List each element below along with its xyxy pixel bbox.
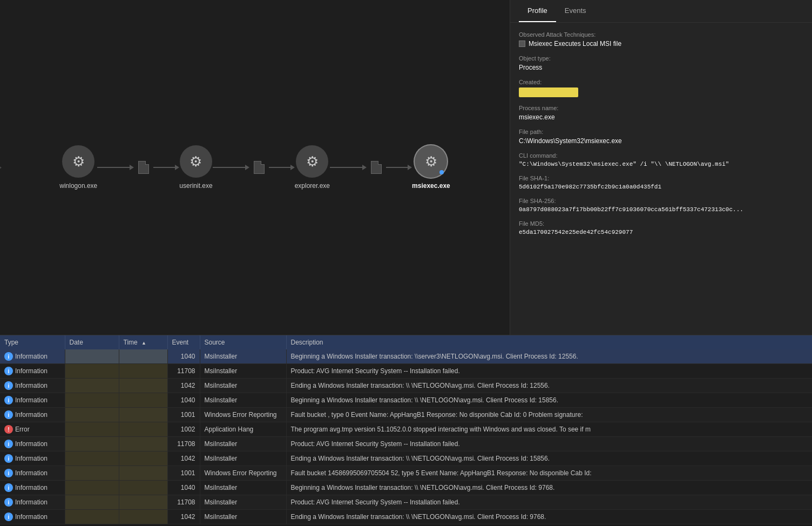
source-cell: Windows Error Reporting [200, 408, 286, 422]
event-cell: 11708 [167, 495, 200, 510]
time-cell [119, 349, 167, 364]
table-body: iInformation1040MsiInstallerBeginning a … [0, 349, 812, 524]
gear-icon: ⚙ [190, 153, 202, 170]
process-node-userinit[interactable]: ⚙ userinit.exe [179, 145, 212, 190]
file-path-value: C:\Windows\System32\msiexec.exe [519, 137, 803, 145]
info-icon: i [4, 367, 13, 375]
connector-3 [330, 161, 412, 174]
doc-icon-3 [371, 161, 382, 174]
created-label: Created: [519, 79, 803, 85]
description-cell: Fault bucket , type 0 Event Name: AppHan… [286, 408, 812, 422]
type-label: Information [15, 498, 48, 506]
time-cell [119, 437, 167, 451]
right-panel: Profile Events Observed Attack Technique… [510, 0, 812, 335]
table-row[interactable]: !Error1002Application HangThe program av… [0, 422, 812, 437]
gear-icon: ⚙ [72, 153, 85, 170]
type-label: Error [15, 426, 30, 433]
info-icon: i [4, 381, 13, 390]
col-header-source[interactable]: Source [200, 335, 286, 349]
doc-icon-2 [254, 161, 265, 174]
file-path-label: File path: [519, 129, 803, 135]
time-cell [119, 364, 167, 379]
winlogon-label: winlogon.exe [59, 182, 97, 190]
table-header-row: Type Date Time ▲ Event Source Descriptio… [0, 335, 812, 349]
md5-label: File MD5: [519, 220, 803, 227]
tab-events[interactable]: Events [556, 0, 595, 22]
type-label: Information [15, 396, 48, 404]
col-header-type[interactable]: Type [0, 335, 65, 349]
attack-technique: Msiexec Executes Local MSI file [519, 40, 803, 48]
sha256-section: File SHA-256: 0a8797d088023a7f17bb00b22f… [519, 198, 803, 213]
event-cell: 11708 [167, 437, 200, 451]
event-cell: 1040 [167, 481, 200, 495]
table-row[interactable]: iInformation1040MsiInstallerBeginning a … [0, 349, 812, 364]
date-cell [65, 437, 119, 451]
source-cell: Application Hang [200, 422, 286, 437]
tab-profile[interactable]: Profile [519, 0, 556, 22]
process-node-winlogon[interactable]: ⚙ winlogon.exe [59, 145, 97, 190]
description-cell: Product: AVG Internet Security System --… [286, 437, 812, 451]
time-cell [119, 451, 167, 466]
date-cell [65, 349, 119, 364]
panel-content: Observed Attack Techniques: Msiexec Exec… [510, 23, 812, 335]
table-row[interactable]: iInformation1042MsiInstallerEnding a Win… [0, 510, 812, 524]
sha1-section: File SHA-1: 5d6102f5a170e982c7735bfc2b9c… [519, 175, 803, 190]
event-cell: 1042 [167, 510, 200, 524]
table-row[interactable]: iInformation1040MsiInstallerBeginning a … [0, 481, 812, 495]
type-label: Information [15, 455, 48, 462]
technique-checkbox[interactable] [519, 41, 525, 47]
object-type-section: Object type: Process [519, 55, 803, 71]
date-cell [65, 364, 119, 379]
date-cell [65, 495, 119, 510]
col-header-event[interactable]: Event [167, 335, 200, 349]
object-type-value: Process [519, 64, 803, 71]
event-cell: 1001 [167, 408, 200, 422]
date-cell [65, 510, 119, 524]
table-row[interactable]: iInformation11708MsiInstallerProduct: AV… [0, 495, 812, 510]
description-cell: Beginning a Windows Installer transactio… [286, 481, 812, 495]
attack-section: Observed Attack Techniques: Msiexec Exec… [519, 31, 803, 48]
description-cell: Ending a Windows Installer transaction: … [286, 451, 812, 466]
msiexec-label: msiexec.exe [412, 182, 450, 190]
table-row[interactable]: iInformation1001Windows Error ReportingF… [0, 408, 812, 422]
table-row[interactable]: iInformation1042MsiInstallerEnding a Win… [0, 379, 812, 393]
info-icon: i [4, 483, 13, 492]
table-row[interactable]: iInformation1001Windows Error ReportingF… [0, 466, 812, 481]
description-cell: Fault bucket 14586995069705504 52, type … [286, 466, 812, 481]
process-name-value: msiexec.exe [519, 113, 803, 121]
description-cell: Beginning a Windows Installer transactio… [286, 393, 812, 408]
description-cell: Ending a Windows Installer transaction: … [286, 510, 812, 524]
type-label: Information [15, 513, 48, 521]
col-header-description[interactable]: Description [286, 335, 812, 349]
col-header-time[interactable]: Time ▲ [119, 335, 167, 349]
time-cell [119, 510, 167, 524]
time-cell [119, 422, 167, 437]
info-icon: i [4, 469, 13, 477]
table-row[interactable]: iInformation1040MsiInstallerBeginning a … [0, 393, 812, 408]
col-header-date[interactable]: Date [65, 335, 119, 349]
date-cell [65, 481, 119, 495]
process-node-explorer[interactable]: ⚙ explorer.exe [295, 145, 330, 190]
info-icon: i [4, 512, 13, 521]
table-row[interactable]: iInformation11708MsiInstallerProduct: AV… [0, 364, 812, 379]
table-row[interactable]: iInformation11708MsiInstallerProduct: AV… [0, 437, 812, 451]
gear-icon: ⚙ [425, 153, 437, 170]
process-node-msiexec[interactable]: ⚙ msiexec.exe [412, 145, 450, 190]
error-icon: ! [4, 425, 13, 434]
process-graph: → ⚙ winlogon.exe [0, 0, 510, 335]
table-row[interactable]: iInformation1042MsiInstallerEnding a Win… [0, 451, 812, 466]
description-cell: The program avg.tmp version 51.1052.0.0 … [286, 422, 812, 437]
type-label: Information [15, 353, 48, 360]
time-cell [119, 481, 167, 495]
description-cell: Ending a Windows Installer transaction: … [286, 379, 812, 393]
msiexec-circle: ⚙ [415, 145, 447, 178]
events-table: Type Date Time ▲ Event Source Descriptio… [0, 335, 812, 524]
type-label: Information [15, 440, 48, 448]
panel-tabs: Profile Events [510, 0, 812, 23]
info-icon: i [4, 440, 13, 448]
source-cell: MsiInstaller [200, 510, 286, 524]
date-cell [65, 451, 119, 466]
source-cell: MsiInstaller [200, 364, 286, 379]
time-cell [119, 466, 167, 481]
time-cell [119, 393, 167, 408]
